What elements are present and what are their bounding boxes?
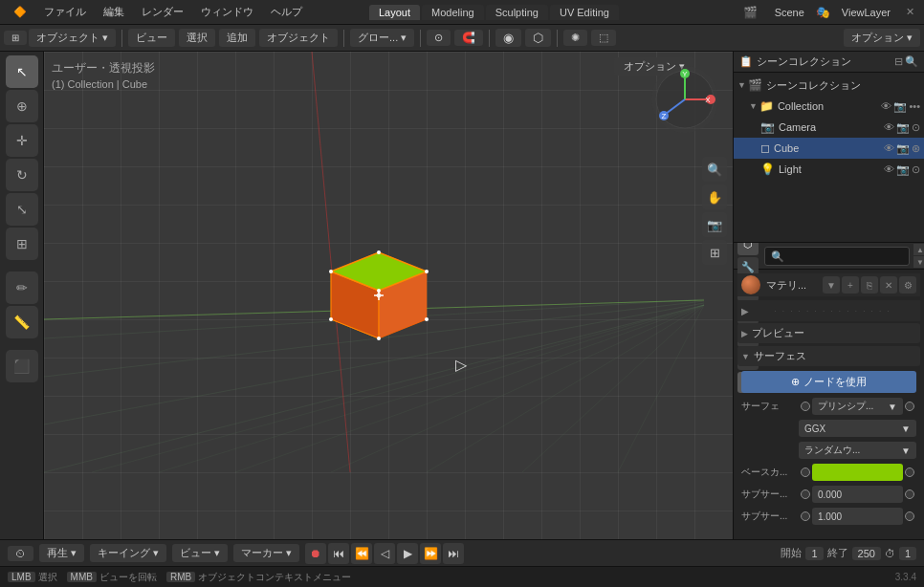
object-mode-btn[interactable]: オブジェクト ▾ <box>29 29 116 47</box>
zoom-in-btn[interactable]: 🔍 <box>702 157 727 182</box>
annotate-tool-btn[interactable]: ✏ <box>6 272 38 304</box>
collection-visibility-icon[interactable]: 👁 <box>881 100 891 113</box>
menu-edit[interactable]: 編集 <box>96 3 132 21</box>
object-menu-btn[interactable]: オブジェクト <box>259 29 338 47</box>
tab-modeling[interactable]: Modeling <box>422 5 484 20</box>
select-menu-btn[interactable]: 選択 <box>179 29 215 47</box>
ggx-dropdown[interactable]: GGX ▼ <box>799 420 916 437</box>
props-scroll-down[interactable]: ▼ <box>913 256 924 268</box>
play-btn[interactable]: ▶ <box>397 543 418 564</box>
outliner-item-light[interactable]: 💡 Light 👁 📷 ⊙ <box>734 159 924 180</box>
tab-uv-editing[interactable]: UV Editing <box>550 5 619 20</box>
add-menu-btn[interactable]: 追加 <box>219 29 255 47</box>
jump-start-btn[interactable]: ⏮ <box>328 543 349 564</box>
cube-visibility-icon[interactable]: 👁 <box>884 142 894 155</box>
light-render-icon[interactable]: 📷 <box>896 163 910 176</box>
collection-render-icon[interactable]: 📷 <box>893 100 907 113</box>
end-frame-field[interactable]: 250 <box>852 547 881 560</box>
section-surface-header[interactable]: ▼ サーフェス <box>737 346 920 366</box>
subsurface2-circle[interactable] <box>801 511 810 521</box>
cursor-tool-btn[interactable]: ⊕ <box>6 90 38 122</box>
subsurface2-right-circle[interactable] <box>905 511 914 521</box>
section-preview-header[interactable]: ▶ プレビュー <box>737 323 920 343</box>
transform-tool-btn[interactable]: ⊞ <box>6 228 38 260</box>
surface-type-circle[interactable] <box>801 402 810 411</box>
props-play-arrow[interactable]: ▶ <box>741 306 749 316</box>
light-extra-icon[interactable]: ⊙ <box>912 163 920 176</box>
play-reverse-btn[interactable]: ◁ <box>374 543 395 564</box>
outliner-search-btn[interactable]: 🔍 <box>905 55 918 68</box>
timeline-view-btn[interactable]: ⏲ <box>8 546 33 561</box>
material-settings-btn[interactable]: ⚙ <box>899 276 916 294</box>
options-dropdown-btn[interactable]: オプション ▾ <box>844 29 920 47</box>
render-mode-btn[interactable]: ◉ <box>495 29 521 47</box>
record-btn[interactable]: ⏺ <box>305 543 326 564</box>
outliner-filter-btn[interactable]: ⊟ <box>894 55 903 68</box>
subsurface-circle[interactable] <box>801 489 810 499</box>
outliner-item-scene-collection[interactable]: ▼ 🎬 シーンコレクション <box>734 75 924 96</box>
add-cube-btn[interactable]: ⬛ <box>6 350 38 382</box>
step-back-btn[interactable]: ⏪ <box>351 543 372 564</box>
surface-type-right-circle[interactable] <box>905 402 914 411</box>
tab-sculpting[interactable]: Sculpting <box>486 5 548 20</box>
viewport-shading-btn[interactable]: ⬡ <box>525 29 551 47</box>
menu-window[interactable]: ウィンドウ <box>193 3 261 21</box>
basecolor-right-circle[interactable] <box>905 467 914 477</box>
material-copy-btn[interactable]: ⎘ <box>861 276 878 294</box>
material-new-btn[interactable]: + <box>842 276 859 294</box>
viewport-3d[interactable]: ユーザー・透視投影 (1) Collection | Cube オプション ▾ <box>44 52 733 539</box>
subsurface-right-circle[interactable] <box>905 489 914 499</box>
tab-layout[interactable]: Layout <box>369 5 420 20</box>
camera-btn[interactable]: 📷 <box>702 212 727 237</box>
props-scroll-up[interactable]: ▲ <box>913 244 924 255</box>
camera-extra-icon[interactable]: ⊙ <box>912 121 920 134</box>
basecolor-field[interactable] <box>812 464 903 481</box>
move-tool-btn[interactable]: ✛ <box>6 124 38 157</box>
basecolor-circle[interactable] <box>801 467 810 477</box>
material-delete-btn[interactable]: ✕ <box>880 276 897 294</box>
current-frame-field[interactable]: 1 <box>899 547 916 560</box>
view-menu-btn[interactable]: ビュー <box>128 29 175 47</box>
jump-end-btn[interactable]: ⏭ <box>443 543 464 564</box>
editor-mode-btn[interactable]: ⊞ <box>4 31 27 45</box>
start-frame-field[interactable]: 1 <box>805 547 823 560</box>
material-browse-btn[interactable]: ▼ <box>823 276 840 294</box>
surface-type-dropdown[interactable]: プリンシプ... ▼ <box>812 398 903 415</box>
subsurface-value[interactable]: 0.000 <box>812 486 903 503</box>
window-controls[interactable]: ✕ <box>902 6 918 18</box>
keying-menu-btn[interactable]: キーイング ▾ <box>90 544 166 562</box>
gizmo-circle[interactable]: X Y Z <box>651 66 718 133</box>
view-menu-bottom-btn[interactable]: ビュー ▾ <box>172 544 228 562</box>
props-tab-object[interactable]: ⬡ <box>737 243 759 255</box>
camera-visibility-icon[interactable]: 👁 <box>884 121 894 134</box>
proportional-edit-btn[interactable]: ⊙ <box>427 30 451 46</box>
rotate-tool-btn[interactable]: ↻ <box>6 159 38 191</box>
transform-btn[interactable]: グロー... ▾ <box>350 29 414 47</box>
cube-render-icon[interactable]: 📷 <box>896 142 910 155</box>
step-forward-btn[interactable]: ⏩ <box>420 543 441 564</box>
play-menu-btn[interactable]: 再生 ▾ <box>39 544 84 562</box>
menu-render[interactable]: レンダー <box>134 3 191 21</box>
menu-help[interactable]: ヘルプ <box>263 3 310 21</box>
outliner-item-collection[interactable]: ▼ 📁 Collection 👁 📷 ••• <box>734 96 924 117</box>
camera-render-icon[interactable]: 📷 <box>896 121 910 134</box>
measure-tool-btn[interactable]: 📏 <box>6 306 38 338</box>
outliner-item-cube[interactable]: ◻ Cube 👁 📷 ⊛ <box>734 138 924 159</box>
pan-btn[interactable]: ✋ <box>702 185 727 209</box>
cube-object[interactable] <box>321 224 436 348</box>
randomwalk-dropdown[interactable]: ランダムウ... ▼ <box>799 442 916 459</box>
outliner-item-camera[interactable]: 📷 Camera 👁 📷 ⊙ <box>734 117 924 138</box>
collection-extra-icon[interactable]: ••• <box>909 100 920 113</box>
menu-file[interactable]: ファイル <box>36 3 94 21</box>
light-visibility-icon[interactable]: 👁 <box>884 163 894 176</box>
viewport-gizmo[interactable]: X Y Z <box>647 61 723 138</box>
cube-extra-icon[interactable]: ⊛ <box>912 142 920 155</box>
scale-tool-btn[interactable]: ⤡ <box>6 193 38 226</box>
props-search-input[interactable] <box>764 247 910 266</box>
overlay-btn[interactable]: ✺ <box>563 30 587 46</box>
subsurface2-value[interactable]: 1.000 <box>812 508 903 525</box>
snap-btn[interactable]: 🧲 <box>454 30 483 46</box>
grid-btn[interactable]: ⊞ <box>702 240 727 265</box>
xray-btn[interactable]: ⬚ <box>591 30 616 46</box>
menu-blender[interactable]: 🔶 <box>6 4 34 20</box>
